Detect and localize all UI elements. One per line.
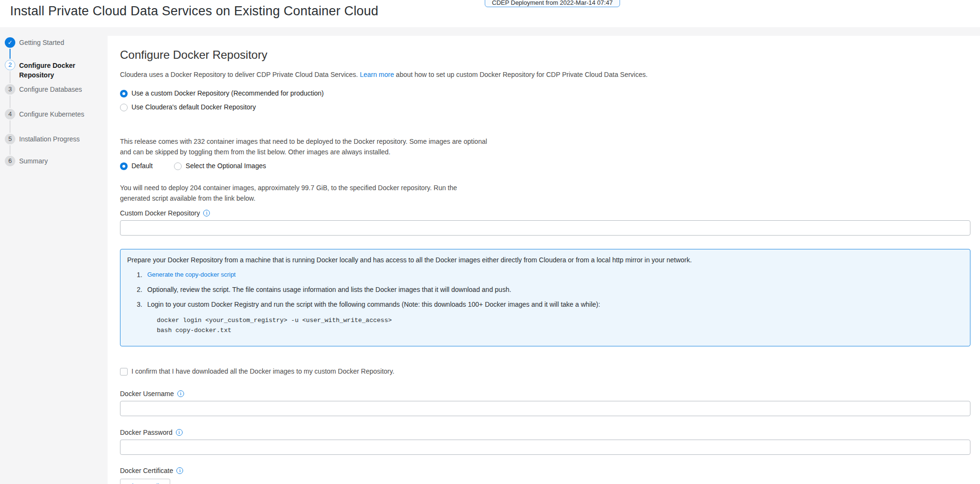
docker-certificate-label-row: Docker Certificate i: [120, 467, 970, 474]
stepper-step-configure-docker-repository[interactable]: 2 Configure Docker Repository: [5, 60, 91, 80]
radio-label: Select the Optional Images: [185, 162, 266, 170]
panel-intro: Prepare your Docker Repository from a ma…: [127, 256, 962, 264]
docker-password-label: Docker Password: [120, 429, 173, 436]
deploy-note: You will need to deploy 204 container im…: [120, 183, 488, 204]
panel-step-2: 2. Optionally, review the script. The fi…: [127, 285, 962, 294]
radio-row-default-repo[interactable]: Use Cloudera's default Docker Repository: [120, 103, 970, 111]
radio-default-images[interactable]: [120, 162, 128, 170]
docker-prep-panel: Prepare your Docker Repository from a ma…: [120, 249, 970, 346]
step-circle-done: ✓: [5, 37, 15, 48]
confirm-checkbox-row[interactable]: I confirm that I have downloaded all the…: [120, 367, 970, 376]
step-circle: 4: [5, 109, 15, 119]
stepper-step-installation-progress[interactable]: 5 Installation Progress: [5, 134, 91, 144]
step-number: 2: [8, 60, 11, 70]
checkbox-label: I confirm that I have downloaded all the…: [131, 367, 394, 376]
list-number: 1.: [137, 270, 147, 279]
intro-before: Cloudera uses a Docker Repository to del…: [120, 71, 360, 78]
docker-username-label-row: Docker Username i: [120, 390, 970, 398]
radio-custom-repo[interactable]: [120, 90, 128, 97]
docker-password-label-row: Docker Password i: [120, 429, 970, 436]
panel-step-3: 3. Login to your custom Docker Registry …: [127, 300, 962, 309]
step-number: 3: [8, 84, 11, 95]
radio-label: Use Cloudera's default Docker Repository: [131, 103, 256, 111]
wizard-stepper: ✓ Getting Started 2 Configure Docker Rep…: [0, 27, 108, 484]
step-label: Configure Docker Repository: [19, 60, 91, 80]
info-icon[interactable]: i: [203, 210, 210, 216]
stepper-connector: [10, 49, 11, 59]
radio-optional-images[interactable]: [174, 162, 182, 170]
deployment-badge: CDEP Deployment from 2022-Mar-14 07:47: [485, 0, 620, 7]
step-circle-active: 2: [5, 60, 15, 70]
images-mode-row: Default Select the Optional Images: [120, 162, 970, 170]
stepper-step-configure-kubernetes[interactable]: 4 Configure Kubernetes: [5, 109, 91, 119]
code-block: docker login <your_custom_registry> -u <…: [157, 315, 962, 335]
stepper-connector: [10, 120, 11, 133]
step-label: Installation Progress: [19, 134, 91, 144]
custom-docker-repository-label: Custom Docker Repository: [120, 209, 200, 217]
docker-password-group: Docker Password i: [120, 429, 970, 455]
docker-username-label: Docker Username: [120, 390, 174, 398]
info-icon[interactable]: i: [177, 390, 184, 397]
check-icon: ✓: [8, 37, 12, 48]
step-circle: 6: [5, 156, 15, 166]
step-label: Getting Started: [19, 37, 91, 48]
radio-row-optional-images[interactable]: Select the Optional Images: [174, 162, 266, 170]
info-icon[interactable]: i: [176, 429, 183, 436]
custom-docker-repository-input[interactable]: [120, 220, 970, 236]
step-number: 5: [8, 134, 11, 144]
step-circle: 5: [5, 134, 15, 144]
step-circle: 3: [5, 84, 15, 95]
docker-username-group: Docker Username i: [120, 390, 970, 416]
confirm-checkbox[interactable]: [120, 368, 128, 376]
code-line: docker login <your_custom_registry> -u <…: [157, 315, 962, 325]
step-label: Summary: [19, 156, 91, 166]
radio-default-repo[interactable]: [120, 104, 128, 111]
radio-label: Use a custom Docker Repository (Recommen…: [131, 89, 324, 97]
stepper-step-configure-databases[interactable]: 3 Configure Databases: [5, 84, 91, 95]
panel-step-text: Login to your custom Docker Registry and…: [147, 300, 600, 309]
docker-certificate-label: Docker Certificate: [120, 467, 173, 474]
stepper-connector: [10, 96, 11, 108]
list-number: 3.: [137, 300, 147, 309]
panel-step-1: 1. Generate the copy-docker script: [127, 270, 962, 279]
step-number: 4: [8, 109, 11, 119]
step-number: 6: [8, 156, 11, 166]
docker-password-input[interactable]: [120, 440, 970, 455]
page-title: Install Private Cloud Data Services on E…: [10, 4, 378, 19]
section-heading: Configure Docker Repository: [120, 48, 970, 62]
stepper-connector: [10, 145, 11, 155]
intro-text: Cloudera uses a Docker Repository to del…: [120, 70, 970, 79]
custom-docker-repository-label-row: Custom Docker Repository i: [120, 209, 970, 217]
panel-step-text: Optionally, review the script. The file …: [147, 285, 511, 294]
learn-more-link[interactable]: Learn more: [360, 71, 394, 78]
radio-label: Default: [131, 162, 152, 170]
code-line: bash copy-docker.txt: [157, 325, 962, 335]
docker-username-input[interactable]: [120, 401, 970, 416]
step-label: Configure Kubernetes: [19, 109, 91, 119]
release-note: This release comes with 232 container im…: [120, 136, 488, 157]
generate-script-link[interactable]: Generate the copy-docker script: [147, 270, 236, 279]
radio-row-custom-repo[interactable]: Use a custom Docker Repository (Recommen…: [120, 89, 970, 97]
stepper-step-getting-started[interactable]: ✓ Getting Started: [5, 37, 91, 48]
step-label: Configure Databases: [19, 84, 91, 95]
main-panel: Configure Docker Repository Cloudera use…: [108, 36, 980, 484]
choose-file-button[interactable]: Choose File: [120, 479, 170, 484]
list-number: 2.: [137, 285, 147, 294]
info-icon[interactable]: i: [176, 467, 183, 474]
docker-certificate-group: Docker Certificate i Choose File: [120, 467, 970, 484]
intro-after: about how to set up custom Docker Reposi…: [394, 71, 647, 78]
stepper-step-summary[interactable]: 6 Summary: [5, 156, 91, 166]
